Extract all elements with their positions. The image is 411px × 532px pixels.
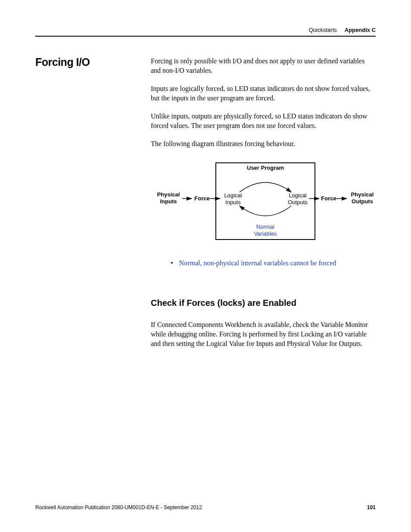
diagram-logical-outputs-2: Outputs	[288, 199, 308, 205]
diagram-normal-1: Normal	[256, 224, 274, 230]
diagram-force-right: Force	[321, 195, 336, 202]
page-header: Quickstarts Appendix C	[35, 27, 376, 33]
section-title: Forcing I/O	[35, 56, 151, 68]
diagram-force-left: Force	[194, 195, 209, 202]
bullet-item: • Normal, non-physical internal variable…	[171, 258, 376, 268]
footer-publication: Rockwell Automation Publication 2080-UM0…	[35, 504, 202, 510]
paragraph-1: Forcing is only possible with I/O and do…	[151, 56, 376, 75]
bullet-text: Normal, non-physical internal variables …	[179, 258, 336, 268]
bullet-marker: •	[171, 258, 173, 268]
diagram-physical-inputs-1: Physical	[157, 191, 180, 198]
header-quickstarts: Quickstarts	[309, 27, 337, 33]
subsection-title: Check if Forces (locks) are Enabled	[151, 298, 376, 308]
header-rule	[35, 36, 376, 37]
paragraph-5: If Connected Components Workbench is ava…	[151, 320, 376, 348]
page-footer: Rockwell Automation Publication 2080-UM0…	[35, 504, 376, 510]
diagram-normal-2: Variables	[254, 230, 277, 237]
paragraph-4: The following diagram illustrates forcin…	[151, 139, 376, 149]
diagram-logical-outputs-1: Logical	[289, 192, 306, 199]
paragraph-2: Inputs are logically forced, so LED stat…	[151, 84, 376, 103]
diagram-physical-inputs-2: Inputs	[160, 198, 177, 205]
header-appendix: Appendix C	[345, 27, 376, 33]
diagram-logical-inputs-1: Logical	[224, 192, 242, 199]
diagram-logical-inputs-2: Inputs	[225, 199, 241, 205]
paragraph-3: Unlike inputs, outputs are physically fo…	[151, 112, 376, 131]
footer-page-number: 101	[367, 504, 376, 510]
diagram-user-program: User Program	[247, 165, 284, 171]
forcing-diagram: User Program Physical Inputs Force Logic…	[151, 158, 376, 244]
diagram-physical-outputs-2: Outputs	[352, 198, 373, 205]
diagram-physical-outputs-1: Physical	[351, 191, 374, 198]
